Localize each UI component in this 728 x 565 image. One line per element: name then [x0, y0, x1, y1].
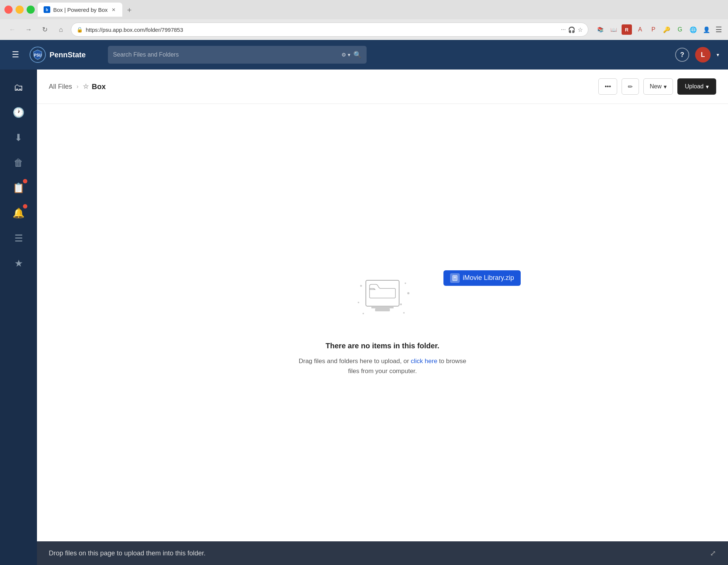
forward-button[interactable]: →: [22, 23, 35, 36]
browser-extensions: 📚 📖 R A P 🔑 G 🌐 👤: [595, 24, 712, 35]
traffic-lights: [4, 6, 35, 14]
sidebar: 🗂 🕐 ⬇ 🗑 📋 🔔 ☰ ★: [0, 70, 37, 565]
traffic-light-close[interactable]: [4, 6, 13, 14]
drop-banner-text: Drop files on this page to upload them i…: [49, 549, 205, 557]
tab-favicon: b: [44, 6, 50, 13]
svg-point-10: [358, 302, 359, 303]
tab-bar: b Box | Powered by Box ✕ ＋: [38, 3, 724, 17]
upload-button[interactable]: Upload ▾: [677, 78, 716, 95]
ext-user[interactable]: 👤: [701, 24, 712, 35]
empty-state-description: Drag files and folders here to upload, o…: [299, 356, 466, 376]
back-button[interactable]: ←: [6, 23, 18, 36]
svg-rect-6: [375, 308, 390, 311]
search-submit-button[interactable]: 🔍: [353, 51, 361, 59]
empty-folder-illustration: [346, 269, 419, 330]
topnav-menu-button[interactable]: ☰: [9, 47, 22, 62]
more-actions-label: •••: [605, 83, 611, 90]
ext-reader[interactable]: 📖: [608, 24, 619, 35]
user-chevron-icon[interactable]: ▾: [717, 52, 719, 58]
app-main: 🗂 🕐 ⬇ 🗑 📋 🔔 ☰ ★: [0, 70, 728, 565]
new-button[interactable]: New ▾: [643, 78, 673, 95]
svg-rect-5: [371, 306, 394, 308]
more-actions-button[interactable]: •••: [598, 78, 617, 95]
files-icon: 🗂: [14, 82, 23, 93]
empty-desc-prefix: Drag files and folders here to upload, o…: [299, 358, 411, 365]
browser-chrome: b Box | Powered by Box ✕ ＋ ← → ↻ ⌂ 🔒 htt…: [0, 0, 728, 40]
address-bar[interactable]: 🔒 https://psu.app.box.com/folder/7997853…: [71, 23, 588, 37]
toolbar-actions: ••• ✏ New ▾ Upload ▾: [598, 78, 716, 95]
ext-acrobat[interactable]: A: [635, 24, 645, 35]
sidebar-item-downloads[interactable]: ⬇: [7, 126, 30, 149]
traffic-light-maximize[interactable]: [27, 6, 35, 14]
active-tab[interactable]: b Box | Powered by Box ✕: [38, 3, 122, 17]
new-tab-button[interactable]: ＋: [124, 4, 135, 15]
breadcrumb: All Files › ☆ Box: [49, 82, 598, 91]
edit-icon: ✏: [628, 83, 633, 90]
sidebar-item-recents[interactable]: 🕐: [7, 101, 30, 124]
traffic-light-minimize[interactable]: [16, 6, 24, 14]
drag-file-icon: [450, 273, 460, 283]
upload-button-chevron: ▾: [706, 83, 709, 90]
ext-pinterest[interactable]: P: [648, 24, 659, 35]
bookmark-button[interactable]: ☆: [578, 26, 583, 33]
drag-tooltip-filename: iMovie Library.zip: [463, 274, 514, 282]
drag-tooltip: iMovie Library.zip: [443, 270, 521, 286]
notifications-badge: [23, 204, 27, 209]
help-button[interactable]: ?: [675, 48, 689, 62]
sidebar-item-notifications[interactable]: 🔔: [7, 201, 30, 225]
sidebar-item-files[interactable]: 🗂: [7, 75, 30, 99]
user-avatar[interactable]: L: [695, 47, 711, 62]
sidebar-item-favorites[interactable]: ★: [7, 251, 30, 275]
upload-link[interactable]: click here: [411, 358, 438, 365]
browser-titlebar: b Box | Powered by Box ✕ ＋: [0, 0, 728, 19]
folder-toolbar: All Files › ☆ Box ••• ✏ New: [37, 70, 728, 104]
sidebar-item-tasks[interactable]: ☰: [7, 226, 30, 250]
ext-r[interactable]: R: [622, 24, 632, 35]
svg-text:PSU: PSU: [34, 53, 42, 57]
browser-navbar: ← → ↻ ⌂ 🔒 https://psu.app.box.com/folder…: [0, 19, 728, 40]
topnav-search: ⚙▾ 🔍: [108, 46, 367, 64]
folder-star-icon[interactable]: ☆: [83, 82, 89, 91]
sidebar-item-notes[interactable]: 📋: [7, 176, 30, 200]
empty-state-title: There are no items in this folder.: [326, 342, 439, 350]
edit-button[interactable]: ✏: [622, 78, 639, 95]
pocket-button[interactable]: 🎧: [568, 26, 575, 33]
breadcrumb-current-folder: ☆ Box: [83, 82, 106, 91]
svg-rect-1: [453, 275, 457, 281]
breadcrumb-all-files[interactable]: All Files: [49, 83, 72, 91]
url-display: https://psu.app.box.com/folder/7997853: [86, 27, 558, 33]
security-icon: 🔒: [76, 27, 83, 33]
search-input-wrap: ⚙▾ 🔍: [108, 46, 367, 64]
notes-badge: [23, 179, 27, 183]
browser-menu-button[interactable]: ☰: [715, 25, 722, 34]
drop-banner: Drop files on this page to upload them i…: [37, 541, 728, 565]
address-bar-actions: ··· 🎧 ☆: [561, 26, 583, 33]
topnav-logo: PSU PennState: [30, 47, 86, 63]
tab-title: Box | Powered by Box: [53, 7, 108, 13]
new-button-chevron: ▾: [664, 83, 667, 90]
sidebar-item-trash[interactable]: 🗑: [7, 151, 30, 175]
more-options-button[interactable]: ···: [561, 26, 566, 33]
psu-shield-icon: PSU: [30, 47, 46, 63]
reload-button[interactable]: ↻: [38, 23, 51, 36]
ext-library[interactable]: 📚: [595, 24, 605, 35]
expand-button[interactable]: ⤢: [710, 549, 716, 558]
home-button[interactable]: ⌂: [55, 23, 67, 36]
folder-name-label: Box: [92, 82, 106, 91]
upload-button-label: Upload: [685, 83, 704, 90]
recents-icon: 🕐: [13, 107, 24, 118]
svg-point-7: [360, 285, 362, 287]
search-input[interactable]: [113, 51, 339, 58]
psu-name-label: PennState: [50, 51, 86, 59]
search-filter-button[interactable]: ⚙▾: [341, 52, 350, 58]
svg-point-11: [400, 303, 402, 305]
downloads-icon: ⬇: [14, 132, 23, 143]
favorites-icon: ★: [14, 258, 23, 269]
tab-close-button[interactable]: ✕: [110, 7, 116, 13]
trash-icon: 🗑: [14, 157, 23, 169]
svg-point-9: [407, 292, 409, 294]
ext-1password[interactable]: 🔑: [661, 24, 672, 35]
ext-extra[interactable]: 🌐: [688, 24, 698, 35]
new-button-label: New: [650, 83, 661, 90]
ext-grammarly[interactable]: G: [675, 24, 685, 35]
